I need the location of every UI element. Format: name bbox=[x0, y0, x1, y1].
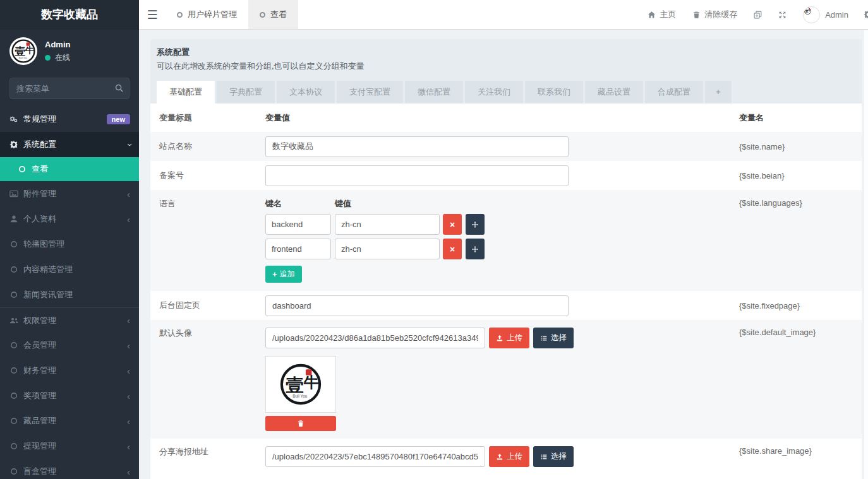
config-tab-4[interactable]: 微信配置 bbox=[405, 81, 463, 103]
image-icon bbox=[9, 189, 23, 198]
config-tab-6[interactable]: 联系我们 bbox=[525, 81, 583, 103]
plus-icon: + bbox=[272, 269, 277, 279]
chevron-down-icon: ‹ bbox=[124, 143, 133, 146]
move-pair-button[interactable] bbox=[466, 239, 485, 259]
fixedpage-input[interactable] bbox=[265, 295, 569, 316]
kv-value-input[interactable] bbox=[335, 239, 440, 259]
sidebar-item-9[interactable]: 财务管理‹ bbox=[0, 358, 139, 383]
gears-icon bbox=[9, 115, 23, 124]
sidebar-item-6[interactable]: 新闻资讯管理 bbox=[0, 282, 139, 307]
pages-icon bbox=[754, 11, 762, 19]
topbar-username: Admin bbox=[825, 10, 848, 20]
config-tab-0[interactable]: 基础配置 bbox=[157, 81, 215, 103]
config-tab-1[interactable]: 字典配置 bbox=[217, 81, 275, 103]
sidebar-item-13[interactable]: 盲盒管理‹ bbox=[0, 459, 139, 479]
sidebar-item-8[interactable]: 会员管理‹ bbox=[0, 333, 139, 358]
table-row: 后台固定页 {$site.fixedpage} bbox=[150, 291, 862, 320]
config-tab-3[interactable]: 支付宝配置 bbox=[337, 81, 403, 103]
config-tab-7[interactable]: 藏品设置 bbox=[585, 81, 643, 103]
beian-input[interactable] bbox=[265, 165, 569, 186]
config-tabs: 基础配置字典配置文本协议支付宝配置微信配置关注我们联系我们藏品设置合成配置+ bbox=[157, 81, 855, 103]
sidebar-subitem-1-0[interactable]: 查看 bbox=[0, 157, 139, 181]
kv-key-input[interactable] bbox=[265, 214, 331, 235]
chevron-left-icon: ‹ bbox=[127, 316, 130, 325]
site-name-input[interactable] bbox=[265, 136, 569, 157]
chevron-left-icon: ‹ bbox=[127, 341, 130, 350]
sidebar-item-7[interactable]: 权限管理‹ bbox=[0, 307, 139, 333]
circle-icon bbox=[9, 467, 23, 476]
remove-pair-button[interactable]: × bbox=[443, 214, 462, 235]
fullscreen-button[interactable] bbox=[778, 11, 787, 19]
kv-key-input[interactable] bbox=[265, 239, 331, 259]
new-badge: new bbox=[107, 114, 130, 124]
move-pair-button[interactable] bbox=[466, 214, 485, 235]
trash-icon bbox=[692, 11, 701, 19]
kv-value-input[interactable] bbox=[335, 214, 440, 235]
row-title: 后台固定页 bbox=[150, 300, 265, 311]
image-preview[interactable] bbox=[265, 356, 336, 413]
sidebar-item-11[interactable]: 藏品管理‹ bbox=[0, 408, 139, 434]
sidebar-item-1[interactable]: 系统配置‹ bbox=[0, 132, 139, 157]
topbar-tab-0[interactable]: 用户碎片管理 bbox=[166, 0, 248, 29]
var-name: {$site.share_image} bbox=[739, 446, 862, 456]
move-icon bbox=[471, 221, 479, 228]
var-name: {$site.languages} bbox=[739, 198, 862, 208]
circle-icon bbox=[9, 240, 23, 249]
config-tab-2[interactable]: 文本协议 bbox=[277, 81, 335, 103]
chevron-left-icon: ‹ bbox=[127, 215, 130, 224]
circle-icon bbox=[9, 391, 23, 400]
chevron-left-icon: ‹ bbox=[127, 189, 130, 199]
add-config-tab-button[interactable]: + bbox=[705, 81, 732, 103]
config-tab-5[interactable]: 关注我们 bbox=[465, 81, 523, 103]
remove-pair-button[interactable]: × bbox=[443, 239, 462, 259]
circle-icon bbox=[9, 417, 23, 425]
circle-icon bbox=[9, 366, 23, 375]
kv-value-header: 键值 bbox=[335, 198, 351, 210]
addons-button[interactable] bbox=[754, 11, 762, 19]
clear-cache-button[interactable]: 清除缓存 bbox=[692, 9, 737, 20]
sidebar-item-5[interactable]: 内容精选管理 bbox=[0, 257, 139, 282]
choose-button[interactable]: 选择 bbox=[533, 328, 574, 348]
share-image-input[interactable] bbox=[265, 446, 485, 467]
user-avatar bbox=[9, 37, 37, 65]
row-title: 默认头像 bbox=[150, 328, 265, 339]
menu-search-input[interactable] bbox=[9, 78, 130, 99]
choose-button[interactable]: 选择 bbox=[533, 446, 574, 467]
chevron-left-icon: ‹ bbox=[127, 391, 130, 401]
online-dot-icon bbox=[45, 55, 51, 61]
sidebar-toggle-icon[interactable]: ☰ bbox=[139, 0, 166, 29]
sidebar-item-0[interactable]: 常规管理new bbox=[0, 107, 139, 132]
table-row: 分享海报地址 上传 选择 {$site.share_ima bbox=[150, 439, 862, 479]
var-name: {$site.name} bbox=[739, 142, 862, 151]
user-menu[interactable]: Admin bbox=[803, 6, 848, 23]
sidebar-menu: 常规管理new系统配置‹查看附件管理‹个人资料‹轮播图管理内容精选管理新闻资讯管… bbox=[0, 107, 139, 479]
circle-icon bbox=[9, 290, 23, 299]
upload-button[interactable]: 上传 bbox=[489, 328, 529, 348]
table-row: 站点名称 {$site.name} bbox=[150, 132, 862, 161]
default-image-input[interactable] bbox=[265, 328, 485, 348]
append-button[interactable]: + 追加 bbox=[265, 266, 302, 283]
sidebar-item-12[interactable]: 提现管理‹ bbox=[0, 434, 139, 459]
main-content: 系统配置 可以在此增改系统的变量和分组,也可以自定义分组和变量 基础配置字典配置… bbox=[139, 30, 868, 479]
config-tab-8[interactable]: 合成配置 bbox=[645, 81, 703, 103]
home-button[interactable]: 主页 bbox=[648, 9, 676, 20]
settings-button[interactable] bbox=[864, 10, 868, 19]
config-table: 变量标题 变量值 变量名 站点名称 {$site.name} 备案号 {$sit… bbox=[150, 103, 862, 479]
sidebar-item-2[interactable]: 附件管理‹ bbox=[0, 181, 139, 206]
trash-icon bbox=[297, 420, 304, 427]
search-icon bbox=[114, 83, 124, 93]
user-panel: Admin 在线 bbox=[0, 30, 139, 71]
user-icon bbox=[9, 215, 23, 223]
config-panel: 系统配置 可以在此增改系统的变量和分组,也可以自定义分组和变量 基础配置字典配置… bbox=[150, 39, 862, 479]
delete-image-button[interactable] bbox=[265, 416, 336, 431]
sidebar-item-10[interactable]: 奖项管理‹ bbox=[0, 383, 139, 408]
table-row: 备案号 {$site.beian} bbox=[150, 161, 862, 190]
sidebar: 数字收藏品 Admin 在线 常规管理new系统配置‹查看附件管理‹个人资料‹轮… bbox=[0, 0, 139, 479]
sidebar-item-4[interactable]: 轮播图管理 bbox=[0, 232, 139, 257]
topbar-tab-1[interactable]: 查看 bbox=[248, 0, 298, 29]
upload-button[interactable]: 上传 bbox=[489, 446, 529, 467]
scrollbar-track[interactable] bbox=[863, 30, 868, 479]
circle-icon bbox=[18, 165, 32, 174]
sidebar-item-3[interactable]: 个人资料‹ bbox=[0, 206, 139, 232]
user-status: 在线 bbox=[45, 52, 70, 63]
